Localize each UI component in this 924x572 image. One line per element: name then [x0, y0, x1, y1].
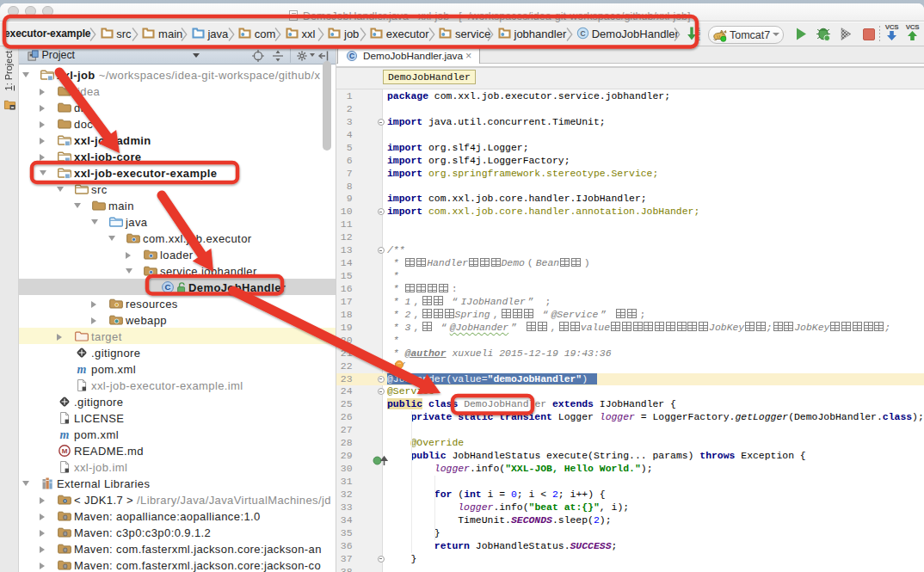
svg-text:1: 1	[698, 37, 700, 42]
